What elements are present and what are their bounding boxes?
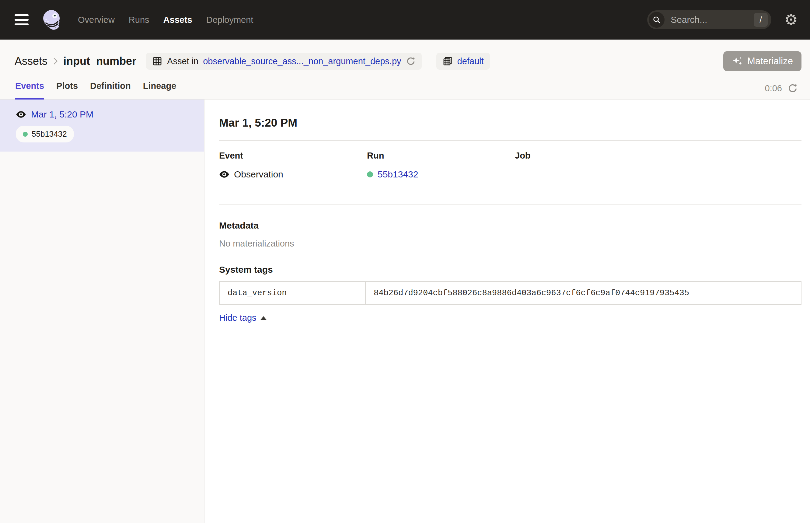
search-shortcut-badge: / (754, 13, 768, 27)
breadcrumb: Assets input_number Asset in (0, 39, 810, 71)
materialize-button[interactable]: Materialize (723, 51, 801, 71)
event-column: Event Observation (219, 151, 367, 180)
asset-header: Assets input_number Asset in (0, 39, 810, 99)
tab-events[interactable]: Events (15, 81, 44, 99)
hamburger-menu-icon[interactable] (15, 14, 29, 25)
event-timestamp-link[interactable]: Mar 1, 5:20 PM (31, 109, 93, 119)
asset-location-pill: Asset in observable_source_ass..._non_ar… (146, 53, 422, 70)
nav-item-assets[interactable]: Assets (163, 15, 192, 25)
gear-icon[interactable]: ⚙ (784, 12, 798, 27)
job-column: Job — (515, 151, 663, 180)
auto-refresh-timer: 0:06 (765, 83, 798, 99)
run-column-label: Run (367, 151, 515, 161)
hide-tags-label: Hide tags (219, 313, 257, 323)
event-list-item[interactable]: Mar 1, 5:20 PM 55b13432 (0, 99, 204, 151)
divider (219, 204, 801, 205)
asset-location-prefix: Asset in (167, 56, 198, 66)
table-row: data_version 84b26d7d9204cbf588026c8a988… (220, 281, 801, 305)
repo-grid-icon (442, 56, 453, 66)
run-id-label: 55b13432 (32, 129, 67, 139)
refresh-icon[interactable] (788, 83, 798, 94)
metadata-heading: Metadata (219, 220, 801, 231)
event-summary-row: Event Observation Run (219, 151, 801, 180)
event-type-value: Observation (234, 169, 283, 180)
metadata-empty-text: No materializations (219, 239, 801, 249)
job-column-label: Job (515, 151, 663, 161)
system-tags-table: data_version 84b26d7d9204cbf588026c8a988… (219, 281, 801, 305)
run-id-chip[interactable]: 55b13432 (16, 126, 74, 142)
page-title: input_number (63, 55, 136, 68)
chevron-right-icon (50, 56, 60, 66)
tab-definition[interactable]: Definition (90, 81, 131, 99)
primary-nav: Overview Runs Assets Deployment (78, 15, 253, 25)
system-tags-heading: System tags (219, 264, 801, 275)
breadcrumb-assets-link[interactable]: Assets (15, 55, 47, 68)
sparkle-icon (732, 56, 743, 67)
reload-definitions-icon[interactable] (406, 56, 416, 66)
repo-pill: default (436, 53, 490, 70)
nav-item-deployment[interactable]: Deployment (206, 15, 254, 25)
run-column: Run 55b13432 (367, 151, 515, 180)
divider (219, 140, 801, 141)
caret-up-icon (260, 316, 266, 320)
code-location-link[interactable]: observable_source_ass..._non_argument_de… (203, 56, 401, 66)
event-detail-title: Mar 1, 5:20 PM (219, 116, 801, 129)
observation-eye-icon (219, 169, 229, 180)
nav-item-overview[interactable]: Overview (78, 15, 115, 25)
dagster-app: Overview Runs Assets Deployment Search..… (0, 0, 810, 523)
search-icon (649, 12, 665, 28)
event-column-label: Event (219, 151, 367, 161)
top-nav-bar: Overview Runs Assets Deployment Search..… (0, 0, 810, 39)
nav-item-runs[interactable]: Runs (129, 15, 149, 25)
materialize-label: Materialize (747, 56, 793, 67)
content-area: Mar 1, 5:20 PM 55b13432 Mar 1, 5:20 PM E… (0, 99, 810, 523)
tab-plots[interactable]: Plots (56, 81, 78, 99)
job-empty-value: — (515, 169, 524, 180)
dagster-octopus-logo[interactable] (41, 8, 64, 31)
search-input[interactable]: Search... / (647, 10, 771, 29)
run-status-dot (367, 171, 373, 177)
observation-eye-icon (16, 109, 26, 119)
tag-key-cell: data_version (220, 281, 366, 305)
run-id-link[interactable]: 55b13432 (378, 169, 418, 180)
search-placeholder: Search... (671, 15, 754, 25)
repo-default-link[interactable]: default (457, 56, 484, 66)
tab-bar: Events Plots Definition Lineage 0:06 (0, 71, 810, 99)
event-list-sidebar: Mar 1, 5:20 PM 55b13432 (0, 99, 205, 523)
run-status-dot (23, 132, 28, 136)
tab-lineage[interactable]: Lineage (143, 81, 177, 99)
hide-tags-toggle[interactable]: Hide tags (219, 313, 266, 323)
event-detail-panel: Mar 1, 5:20 PM Event Observation (205, 99, 810, 523)
table-grid-icon (152, 56, 162, 66)
tag-value-cell: 84b26d7d9204cbf588026c8a9886d403a6c9637c… (366, 281, 801, 305)
refresh-countdown: 0:06 (765, 83, 782, 94)
